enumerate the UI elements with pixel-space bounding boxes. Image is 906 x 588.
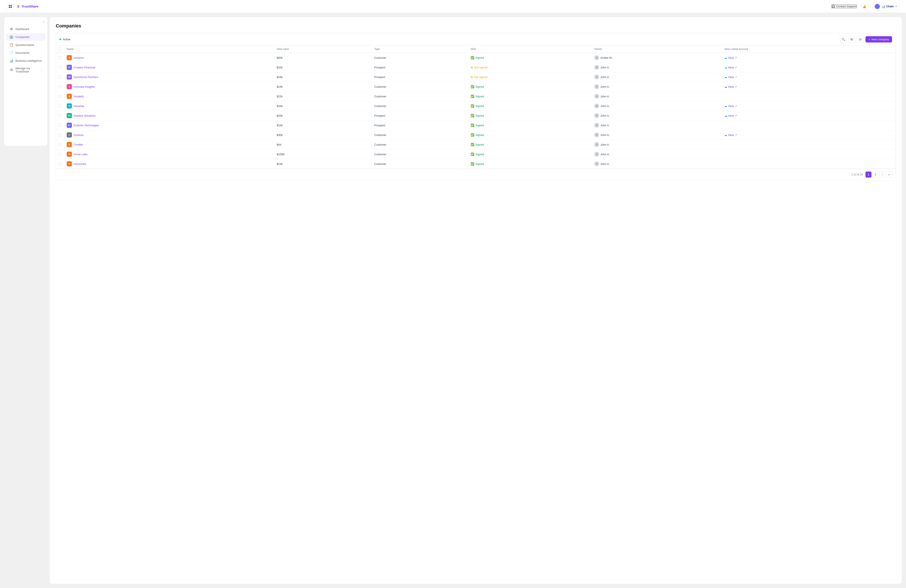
search-button[interactable]: 🔍 — [840, 36, 847, 43]
external-link-icon: ↗ — [735, 85, 737, 88]
nda-cell: ✅ Signed — [471, 133, 589, 137]
company-name-link[interactable]: Synchrona Partners — [73, 75, 98, 79]
owner-name: John A. — [600, 153, 609, 156]
notifications-button[interactable]: 🔔 — [861, 3, 868, 10]
active-status-dot — [59, 38, 61, 40]
company-name-link[interactable]: Innovara Insights — [73, 85, 95, 88]
view-linked-cell-empty — [722, 150, 895, 159]
owner-name: Amber M. — [600, 56, 613, 59]
nda-signed-icon: ✅ — [471, 143, 474, 146]
company-name-link[interactable]: Echelon Technolgies — [73, 124, 99, 127]
company-name-link[interactable]: Tumble — [73, 143, 83, 146]
chain-avatar — [875, 4, 880, 9]
company-name-link[interactable]: Centura — [73, 133, 83, 137]
active-filter-label: Active — [63, 38, 70, 41]
nda-signed-icon: ✅ — [471, 133, 474, 137]
svg-rect-0 — [9, 5, 10, 6]
sidebar-item-label: Questionnaires — [16, 43, 34, 46]
col-linked-account[interactable]: View Linked Account ↑ — [722, 45, 895, 53]
company-name-cell: H Acme Labs — [67, 151, 271, 157]
company-name-link[interactable]: Solstice Solutions — [73, 114, 96, 117]
row-checkbox[interactable] — [59, 75, 62, 78]
view-linked-cell-empty — [722, 159, 895, 169]
sidebar: « ⊞ Dashboard 🏢 Companies 📋 Questionnair… — [4, 17, 47, 146]
last-page-button[interactable]: » — [886, 172, 892, 178]
table-header: Name Total value Type NDA Owner View Lin… — [56, 45, 895, 53]
row-checkbox[interactable] — [59, 124, 62, 127]
page-2-button[interactable]: 2 — [873, 172, 878, 178]
table-body: A Amazon $60kCustomer✅ Signed A Amber M.… — [56, 53, 895, 169]
view-linked-cell: ☁ View ↗ — [724, 104, 893, 108]
nda-signed-icon: ✅ — [471, 153, 474, 156]
owner-cell: J John A. — [594, 75, 719, 79]
view-link[interactable]: View — [728, 75, 734, 79]
contact-support-button[interactable]: 🎧 Contact Support — [831, 4, 857, 8]
view-link[interactable]: View — [728, 56, 734, 59]
sidebar-item-business-intelligence[interactable]: 📊 Business Intelligence — [6, 57, 45, 65]
total-value-cell: $34k — [274, 101, 372, 111]
sidebar-item-manage-trustshare[interactable]: ⚙ Manage my TrustShare › — [6, 65, 45, 75]
view-link[interactable]: View — [728, 114, 734, 117]
grid-icon[interactable] — [7, 3, 14, 10]
table-row: A Amplefy $22kCustomer✅ Signed J John A. — [56, 92, 895, 101]
row-checkbox[interactable] — [59, 143, 62, 146]
nda-cell: ⊗ Not signed — [471, 75, 589, 79]
company-name-link[interactable]: Acme Labs — [73, 153, 88, 156]
row-checkbox[interactable] — [59, 66, 62, 69]
chain-workspace-button[interactable]: 📊 Chain ▾ — [873, 3, 899, 10]
columns-icon: ⊞ — [850, 38, 853, 41]
nda-cell: ✅ Signed — [471, 124, 589, 127]
owner-avatar: J — [594, 161, 599, 166]
company-name-link[interactable]: Creston Financial — [73, 66, 95, 69]
col-owner: Owner — [592, 45, 722, 53]
sidebar-item-documents[interactable]: 📄 Documents — [6, 49, 45, 57]
row-checkbox[interactable] — [59, 133, 62, 136]
view-link[interactable]: View — [728, 104, 734, 108]
next-page-button[interactable]: › — [879, 172, 885, 178]
select-all-checkbox[interactable] — [59, 48, 62, 51]
company-name-link[interactable]: Nuvanta — [73, 104, 84, 108]
new-company-button[interactable]: + New company — [866, 36, 892, 43]
owner-name: John A. — [600, 104, 609, 108]
view-linked-cell-empty — [722, 92, 895, 101]
page-1-button[interactable]: 1 — [866, 172, 871, 178]
type-cell: Prospect — [372, 63, 468, 72]
view-linked-cell: ☁ View ↗ — [724, 56, 893, 59]
sidebar-collapse-button[interactable]: « — [43, 20, 45, 23]
row-checkbox[interactable] — [59, 85, 62, 88]
layout-toggle-button[interactable]: ⊞ — [848, 36, 855, 43]
table-row: A Amazon $60kCustomer✅ Signed A Amber M.… — [56, 53, 895, 63]
nda-signed-icon: ✅ — [471, 94, 474, 98]
nda-cell: ⊗ Not signed — [471, 65, 589, 69]
select-all-col — [56, 45, 64, 53]
view-link[interactable]: View — [728, 85, 734, 88]
filter-button[interactable]: ⊟ — [857, 36, 864, 43]
row-checkbox[interactable] — [59, 56, 62, 59]
row-checkbox[interactable] — [59, 95, 62, 98]
type-cell: Customer — [372, 159, 468, 169]
table-row: SS Solstice Solutions $20kProspect✅ Sign… — [56, 111, 895, 121]
company-name-link[interactable]: Amazon — [73, 56, 84, 59]
nda-cell: ✅ Signed — [471, 104, 589, 108]
sidebar-item-companies[interactable]: 🏢 Companies — [6, 33, 45, 41]
owner-avatar: J — [594, 142, 599, 147]
sidebar-item-dashboard[interactable]: ⊞ Dashboard — [6, 25, 45, 33]
row-checkbox[interactable] — [59, 114, 62, 117]
view-linked-cell: ☁ View ↗ — [724, 114, 893, 117]
companies-table: Name Total value Type NDA Owner View Lin… — [56, 45, 895, 169]
company-name-cell: ET Echelon Technolgies — [67, 123, 271, 128]
plus-icon: + — [868, 38, 870, 41]
pagination: 1-12 of 24 1 2 › » — [56, 169, 895, 180]
row-checkbox[interactable] — [59, 163, 62, 165]
type-cell: Customer — [372, 130, 468, 140]
view-link[interactable]: View — [728, 66, 734, 69]
company-name-link[interactable]: Amplefy — [73, 95, 84, 98]
main-layout: « ⊞ Dashboard 🏢 Companies 📋 Questionnair… — [0, 13, 906, 588]
company-badge: II — [67, 84, 72, 89]
row-checkbox[interactable] — [59, 153, 62, 156]
company-badge: N — [67, 104, 72, 108]
company-name-link[interactable]: Horizonex — [73, 163, 86, 166]
row-checkbox[interactable] — [59, 104, 62, 107]
view-link[interactable]: View — [728, 133, 734, 137]
sidebar-item-questionnaires[interactable]: 📋 Questionnaires — [6, 41, 45, 49]
